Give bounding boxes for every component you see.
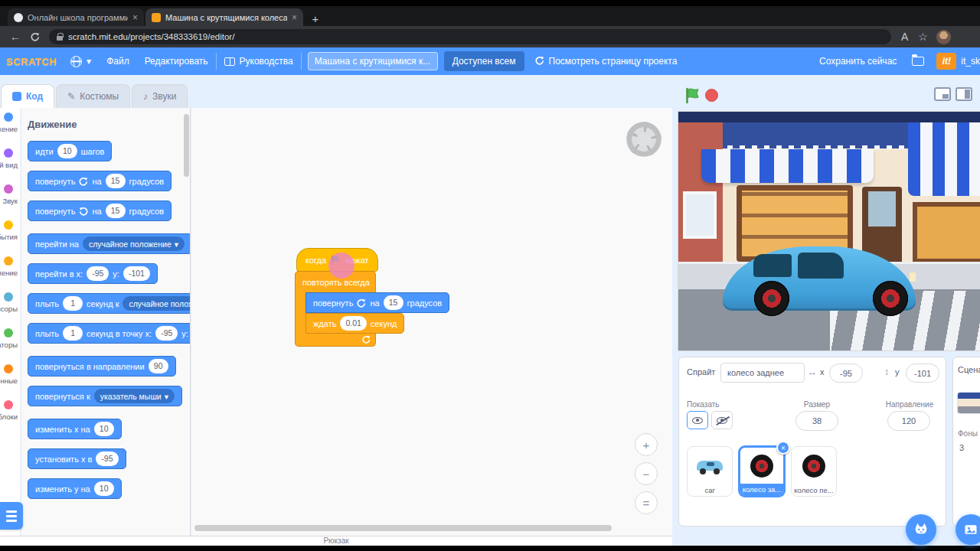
save-now-button[interactable]: Сохранить сейчас <box>812 47 904 75</box>
front-wheel-sprite[interactable] <box>873 281 908 316</box>
palette-block[interactable]: идти10шагов <box>28 141 112 161</box>
reload-icon[interactable] <box>31 32 40 41</box>
profile-avatar[interactable] <box>936 30 951 44</box>
green-flag-button[interactable] <box>683 86 703 106</box>
tab-close-icon[interactable]: × <box>292 12 297 23</box>
car-sprite[interactable] <box>723 246 916 320</box>
block-number-input[interactable]: -95 <box>155 326 178 341</box>
stage-selector-panel[interactable]: Сцена Фоны 3 <box>952 357 980 527</box>
horizontal-scrollbar[interactable] <box>194 525 612 531</box>
category-label: Операторы <box>0 341 18 349</box>
palette-block[interactable]: повернутьна15градусов <box>28 171 172 191</box>
category-item[interactable]: Движение <box>0 108 20 144</box>
edit-menu[interactable]: Редактировать <box>137 47 216 75</box>
palette-block[interactable]: плыть1секунд кслучайное положение▾ <box>28 293 191 314</box>
account-logo-badge[interactable]: it! <box>936 53 956 70</box>
palette-block[interactable]: повернуться в направлении90 <box>28 356 176 377</box>
category-item[interactable]: Управление <box>0 252 20 288</box>
rear-wheel-sprite[interactable] <box>754 281 789 316</box>
globe-icon <box>70 56 82 67</box>
block-dropdown[interactable]: указатель мыши▾ <box>94 389 175 403</box>
cursor-highlight <box>328 253 354 279</box>
block-text: изменить x на <box>35 425 90 434</box>
category-label: Другие блоки <box>0 412 18 421</box>
category-dot <box>4 328 13 337</box>
block-dropdown[interactable]: случайное положение▾ <box>122 296 191 311</box>
palette-block[interactable]: плыть1секунд в точку x:-95y:-101 <box>28 323 191 344</box>
backpack-bar[interactable]: Рюкзак <box>0 536 672 546</box>
block-number-input[interactable]: 15 <box>106 204 126 218</box>
block-dropdown[interactable]: случайное положение▾ <box>83 236 185 251</box>
palette-block[interactable]: изменить y на10 <box>28 478 122 499</box>
stage-canvas[interactable] <box>678 112 980 350</box>
palette-block[interactable]: повернутьна15градусов <box>28 201 172 221</box>
zoom-reset-button[interactable]: = <box>635 491 658 514</box>
file-menu[interactable]: Файл <box>99 47 137 75</box>
browser-tab-1[interactable]: Онлайн школа программирова × <box>8 8 144 26</box>
shared-status-button[interactable]: Доступен всем <box>444 51 524 71</box>
sprite-card[interactable]: car <box>687 446 733 497</box>
tab-close-icon[interactable]: × <box>132 12 138 23</box>
new-tab-button[interactable]: + <box>308 11 323 26</box>
category-item[interactable]: Звук <box>0 180 20 216</box>
script-block[interactable]: повернутьна15градусов <box>305 292 449 313</box>
browser-tab-2[interactable]: Машина с крутящимися колеса × <box>145 8 303 26</box>
back-icon[interactable]: ← <box>10 31 21 43</box>
tab-costumes[interactable]: ✎ Костюмы <box>56 84 130 108</box>
block-number-input[interactable]: 10 <box>57 144 77 158</box>
scratch-logo[interactable]: SCRATCH <box>6 56 57 67</box>
script-block[interactable]: ждать0.01секунд <box>305 313 404 334</box>
large-stage-layout-button[interactable] <box>956 87 972 101</box>
category-label: Внешний вид <box>0 161 18 169</box>
category-item[interactable]: События <box>0 216 20 252</box>
sprite-watermark <box>626 122 662 157</box>
block-number-input[interactable]: 1 <box>63 296 83 311</box>
palette-block[interactable]: повернуться куказатель мыши▾ <box>28 386 182 406</box>
tab-sounds[interactable]: ♪ Звуки <box>132 84 188 108</box>
language-menu[interactable]: ▾ <box>63 47 99 75</box>
sprite-card[interactable]: колесо пе... <box>791 446 837 497</box>
category-item[interactable]: Внешний вид <box>0 144 20 180</box>
palette-scrollbar[interactable] <box>184 114 189 177</box>
block-number-input[interactable]: 90 <box>149 359 168 373</box>
add-backdrop-button[interactable] <box>956 514 980 545</box>
category-item[interactable]: Переменные <box>0 360 20 396</box>
palette-block[interactable]: изменить x на10 <box>28 419 122 439</box>
forever-block[interactable]: повторять всегда повернутьна15градусовжд… <box>295 271 449 347</box>
category-item[interactable]: Другие блоки <box>0 396 20 432</box>
block-number-input[interactable]: 15 <box>106 174 126 188</box>
url-bar[interactable]: scratch.mit.edu/projects/348333619/edito… <box>49 29 891 44</box>
block-number-input[interactable]: -101 <box>123 266 150 281</box>
block-number-input[interactable]: -95 <box>96 452 118 466</box>
script-workspace[interactable]: когданажат повторять всегда повернутьна1… <box>191 108 672 536</box>
add-sprite-button[interactable] <box>906 514 936 545</box>
palette-block[interactable]: установить x в-95 <box>28 448 126 469</box>
block-text: перейти на <box>35 240 79 249</box>
block-number-input[interactable]: 10 <box>94 481 114 496</box>
tab-code[interactable]: Код <box>1 84 54 108</box>
block-number-input[interactable]: 15 <box>384 295 403 310</box>
category-item[interactable]: Сенсоры <box>0 288 20 324</box>
see-project-page-button[interactable]: Посмотреть страницу проекта <box>528 47 685 75</box>
delete-sprite-button[interactable]: × <box>776 441 790 455</box>
category-item[interactable]: Операторы <box>0 324 20 360</box>
zoom-in-button[interactable]: + <box>635 433 658 456</box>
sprite-card[interactable]: колесо за...× <box>739 446 785 497</box>
block-number-input[interactable]: 0.01 <box>340 316 366 331</box>
stop-button[interactable] <box>705 89 718 102</box>
bookmark-star-icon[interactable]: ☆ <box>918 31 928 43</box>
block-number-input[interactable]: 10 <box>94 422 114 436</box>
small-stage-layout-button[interactable] <box>934 87 951 101</box>
palette-block[interactable]: перейти в x:-95y:-101 <box>28 263 158 284</box>
my-stuff-button[interactable] <box>904 47 932 75</box>
zoom-out-button[interactable]: − <box>635 462 658 485</box>
backdrop-thumbnail[interactable] <box>958 393 980 413</box>
project-title-input[interactable]: Машина с крутящимися к... <box>308 52 438 70</box>
username-menu[interactable]: it_sk <box>961 56 980 67</box>
block-number-input[interactable]: -95 <box>87 266 109 281</box>
add-extension-button[interactable] <box>0 502 23 530</box>
translate-icon[interactable]: A <box>901 31 908 43</box>
tutorials-menu[interactable]: Руководства <box>217 47 301 75</box>
block-number-input[interactable]: 1 <box>63 326 83 341</box>
palette-block[interactable]: перейти наслучайное положение▾ <box>28 233 191 254</box>
